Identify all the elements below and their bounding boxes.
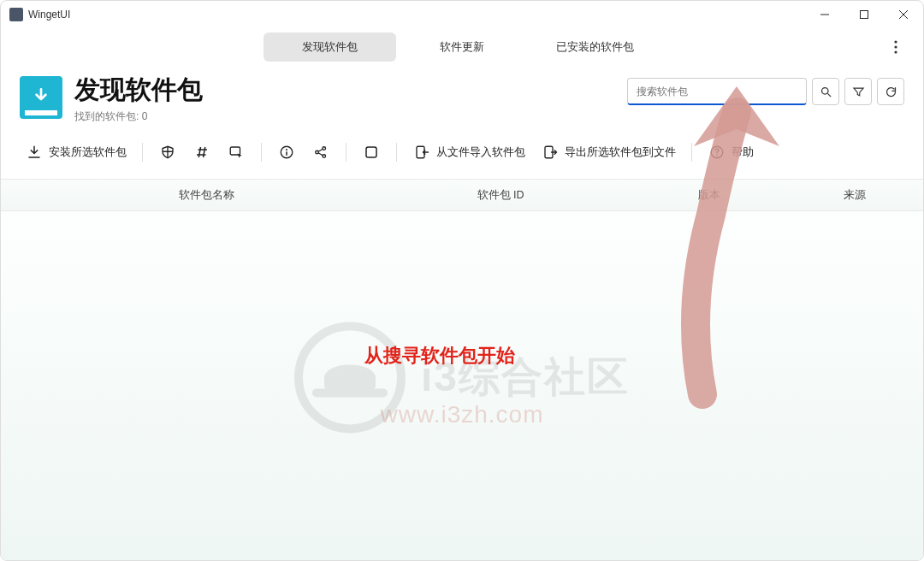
- maximize-button[interactable]: [844, 1, 884, 28]
- search-input[interactable]: [637, 86, 797, 97]
- filter-button[interactable]: [844, 78, 872, 105]
- found-count: 找到的软件包: 0: [74, 109, 203, 124]
- interactive-button[interactable]: [222, 139, 251, 165]
- share-button[interactable]: [306, 139, 335, 165]
- share-icon: [311, 143, 330, 162]
- search-input-wrapper[interactable]: [627, 78, 807, 105]
- svg-rect-18: [366, 147, 376, 157]
- shield-icon: [158, 143, 177, 162]
- download-icon: [25, 143, 44, 162]
- app-icon: [9, 8, 23, 21]
- admin-shield-button[interactable]: [153, 139, 182, 165]
- hash-icon: [192, 143, 211, 162]
- discover-logo-icon: [20, 76, 62, 119]
- col-id[interactable]: 软件包 ID: [369, 188, 632, 203]
- app-title: WingetUI: [28, 9, 70, 21]
- checkbox-empty-icon: [362, 143, 381, 162]
- tab-discover[interactable]: 发现软件包: [264, 32, 396, 62]
- tab-installed[interactable]: 已安装的软件包: [529, 32, 661, 62]
- help-label: 帮助: [732, 145, 754, 160]
- help-icon: [708, 143, 726, 162]
- callout-text: 从搜寻软件包开始: [364, 343, 515, 369]
- svg-point-22: [716, 155, 718, 156]
- minimize-button[interactable]: [805, 1, 844, 28]
- select-all-button[interactable]: [357, 139, 386, 165]
- import-icon: [412, 143, 431, 162]
- svg-point-7: [821, 87, 828, 94]
- svg-point-6: [894, 50, 897, 53]
- col-name[interactable]: 软件包名称: [44, 188, 369, 203]
- svg-rect-1: [861, 11, 868, 19]
- import-label: 从文件导入软件包: [436, 145, 525, 160]
- hash-button[interactable]: [187, 139, 216, 165]
- install-selected-button[interactable]: 安装所选软件包: [20, 139, 132, 165]
- main-tabs: 发现软件包 软件更新 已安装的软件包: [1, 28, 923, 66]
- svg-point-4: [894, 40, 897, 43]
- refresh-button[interactable]: [877, 78, 904, 105]
- export-icon: [541, 143, 560, 162]
- export-to-file-button[interactable]: 导出所选软件包到文件: [536, 139, 681, 165]
- watermark: i3综合社区: [294, 322, 630, 433]
- close-button[interactable]: [884, 1, 923, 28]
- info-icon: [277, 143, 296, 162]
- more-menu-button[interactable]: [886, 37, 906, 57]
- toolbar: 安装所选软件包 从文件导入软件包: [1, 124, 923, 174]
- page-title: 发现软件包: [74, 73, 203, 108]
- window-controls: [805, 1, 923, 28]
- svg-point-11: [286, 149, 287, 151]
- svg-line-8: [827, 93, 831, 97]
- titlebar: WingetUI: [1, 1, 923, 28]
- info-button[interactable]: [272, 139, 301, 165]
- tab-updates[interactable]: 软件更新: [396, 32, 529, 62]
- svg-line-16: [318, 149, 323, 151]
- col-version[interactable]: 版本: [632, 188, 786, 203]
- svg-rect-9: [230, 147, 240, 155]
- install-selected-label: 安装所选软件包: [49, 145, 127, 160]
- watermark-url: www.i3zh.com: [381, 401, 544, 428]
- page-header: 发现软件包 找到的软件包: 0: [1, 66, 923, 124]
- svg-point-5: [894, 45, 897, 48]
- table-header: 软件包名称 软件包 ID 版本 来源: [1, 179, 923, 211]
- svg-line-17: [318, 153, 323, 156]
- window-cursor-icon: [227, 143, 246, 162]
- search-button[interactable]: [812, 78, 839, 105]
- col-source[interactable]: 来源: [786, 188, 923, 203]
- export-label: 导出所选软件包到文件: [565, 145, 676, 160]
- import-from-file-button[interactable]: 从文件导入软件包: [407, 139, 530, 165]
- help-button[interactable]: 帮助: [702, 139, 759, 165]
- table-body: i3综合社区 www.i3zh.com: [1, 211, 923, 561]
